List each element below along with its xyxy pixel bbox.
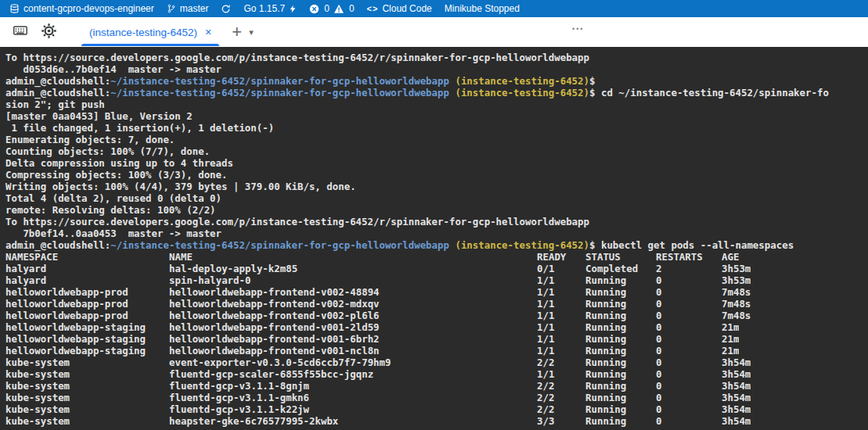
terminal-tab-bar: (instance-testing-6452) × + ▾ ••• <box>0 17 868 47</box>
refresh-icon <box>221 4 231 14</box>
go-version-label: Go 1.15.7 <box>243 3 285 14</box>
database-icon <box>9 3 20 14</box>
active-tab-underline <box>81 44 219 46</box>
terminal-line: remote: Resolving deltas: 100% (2/2) <box>5 204 868 216</box>
terminal-line: Compressing objects: 100% (3/3), done. <box>5 169 868 181</box>
pods-table-row: helloworldwebapp-prodhelloworldwebapp-fr… <box>5 310 868 321</box>
terminal-line: To https://source.developers.google.com/… <box>5 216 868 228</box>
close-tab-icon[interactable]: × <box>205 26 211 38</box>
status-bar: content-gcpro-devops-engineer master Go … <box>0 0 868 17</box>
terminal-line: [master 0aa0453] Blue, Version 2 <box>5 110 868 122</box>
terminal-line: Total 4 (delta 2), reused 0 (delta 0) <box>5 192 868 204</box>
pods-table-row: kube-systemheapster-gke-6c76577995-2kwbx… <box>5 415 868 427</box>
pods-table-row: helloworldwebapp-staginghelloworldwebapp… <box>5 333 868 345</box>
keyboard-icon <box>12 22 29 42</box>
lightning-icon <box>289 4 297 14</box>
error-count: 0 <box>324 3 330 14</box>
gear-icon <box>41 23 57 42</box>
minikube-label: Minikube Stopped <box>445 3 520 14</box>
terminal-line: admin_@cloudshell:~/instance-testing-645… <box>5 239 868 251</box>
pods-table-row: helloworldwebapp-staginghelloworldwebapp… <box>5 321 868 333</box>
pods-table-row: kube-systemfluentd-gcp-v3.1.1-gmkn62/2Ru… <box>5 392 868 403</box>
sync-button[interactable] <box>214 0 237 17</box>
tab-instance-testing-6452[interactable]: (instance-testing-6452) × <box>78 17 222 47</box>
terminal-line: admin_@cloudshell:~/instance-testing-645… <box>5 75 868 87</box>
terminal[interactable]: To https://source.developers.google.com/… <box>0 47 868 430</box>
terminal-line: To https://source.developers.google.com/… <box>5 52 868 63</box>
pods-table-row: kube-systemevent-exporter-v0.3.0-5cd6ccb… <box>5 357 868 368</box>
terminal-line: d053d6e..7b0ef14 master -> master <box>5 63 868 75</box>
pods-table-row: kube-systemfluentd-gcp-v3.1.1-k22jw2/2Ru… <box>5 403 868 415</box>
project-indicator[interactable]: content-gcpro-devops-engineer <box>3 0 160 17</box>
error-icon <box>309 4 319 14</box>
minikube-status[interactable]: Minikube Stopped <box>438 0 526 17</box>
terminal-line: 1 file changed, 1 insertion(+), 1 deleti… <box>5 122 868 134</box>
terminal-settings-button[interactable] <box>38 21 59 43</box>
terminal-line: 7b0ef14..0aa0453 master -> master <box>5 228 868 239</box>
pods-table-row: halyardhal-deploy-apply-k2m850/1Complete… <box>5 263 868 274</box>
pods-table-header: NAMESPACENAMEREADYSTATUSRESTARTSAGE <box>5 251 868 263</box>
terminal-output: To https://source.developers.google.com/… <box>5 52 868 427</box>
branch-label: master <box>180 3 209 14</box>
terminal-line: Delta compression using up to 4 threads <box>5 157 868 169</box>
code-brackets-icon: <> <box>367 4 379 13</box>
keyboard-button[interactable] <box>9 21 31 43</box>
git-branch-icon <box>167 3 176 14</box>
tab-menu-chevron-icon[interactable]: ▾ <box>249 27 254 38</box>
cloud-code-button[interactable]: <> Cloud Code <box>361 0 438 17</box>
terminal-line: admin_@cloudshell:~/instance-testing-645… <box>5 87 868 99</box>
problems-indicator[interactable]: 0 0 <box>303 0 360 17</box>
pods-table-row: helloworldwebapp-prodhelloworldwebapp-fr… <box>5 298 868 310</box>
panel-drag-handle[interactable]: ••• <box>572 25 584 33</box>
terminal-line: Enumerating objects: 7, done. <box>5 134 868 145</box>
pods-table-row: helloworldwebapp-prodhelloworldwebapp-fr… <box>5 286 868 298</box>
warning-icon <box>333 4 344 14</box>
warning-count: 0 <box>349 3 355 14</box>
go-version-indicator[interactable]: Go 1.15.7 <box>237 0 303 17</box>
pods-table-row: helloworldwebapp-staginghelloworldwebapp… <box>5 345 868 357</box>
cloud-code-label: Cloud Code <box>382 3 431 14</box>
tab-label: (instance-testing-6452) <box>89 27 197 38</box>
terminal-line: sion 2"; git push <box>5 99 868 110</box>
pods-table-row: kube-systemfluentd-gcp-scaler-6855f55bcc… <box>5 368 868 380</box>
terminal-line: Writing objects: 100% (4/4), 379 bytes |… <box>5 181 868 192</box>
pods-table-row: kube-systemfluentd-gcp-v3.1.1-8gnjm2/2Ru… <box>5 380 868 392</box>
add-tab-button[interactable]: + <box>232 23 242 41</box>
pods-table-row: halyardspin-halyard-01/1Running03h53m <box>5 274 868 286</box>
git-branch-indicator[interactable]: master <box>160 0 215 17</box>
project-label: content-gcpro-devops-engineer <box>23 3 154 14</box>
terminal-line: Counting objects: 100% (7/7), done. <box>5 145 868 157</box>
